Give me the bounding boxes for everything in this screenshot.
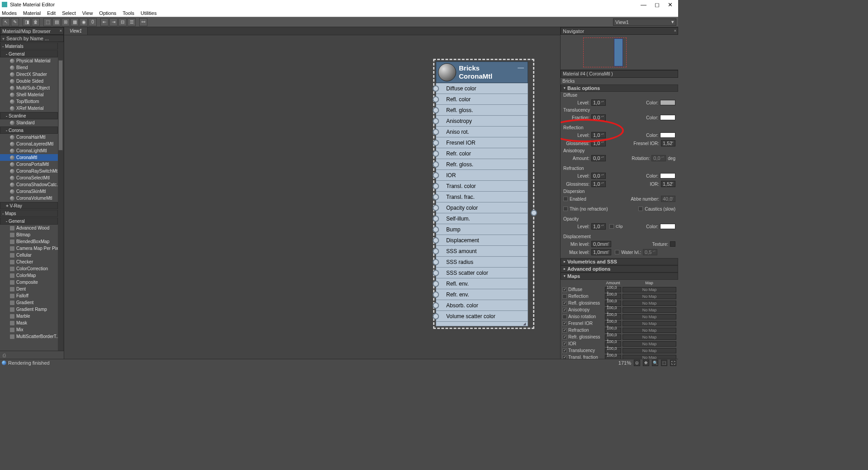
- opacity-level-spinner[interactable]: 1,0▴▾: [591, 223, 606, 230]
- input-port-icon[interactable]: [433, 129, 439, 135]
- input-port-icon[interactable]: [433, 161, 439, 168]
- transl-color-swatch[interactable]: [660, 115, 675, 120]
- browser-item[interactable]: Physical Material: [0, 57, 58, 64]
- abbe-spinner[interactable]: 40,0▴▾: [661, 196, 675, 202]
- map-checkbox[interactable]: ✓: [562, 342, 567, 346]
- volumetrics-rollout[interactable]: ▸Volumetrics and SSS: [561, 258, 678, 265]
- map-button[interactable]: No Map: [623, 328, 676, 333]
- menu-edit[interactable]: Edit: [47, 10, 56, 16]
- maxlevel-spinner[interactable]: 1,0mm▴▾: [591, 249, 611, 255]
- bg-icon[interactable]: ◉: [80, 18, 88, 26]
- material-node[interactable]: Bricks CoronaMtl — Diffuse colorRefl. co…: [436, 61, 528, 326]
- waterlvl-checkbox[interactable]: [615, 250, 619, 254]
- cursor-icon[interactable]: ↖: [2, 18, 10, 26]
- input-port-icon[interactable]: [433, 140, 439, 146]
- browser-item[interactable]: Advanced Wood: [0, 225, 58, 231]
- map-button[interactable]: No Map: [623, 294, 676, 299]
- browser-item[interactable]: Standard: [0, 119, 58, 126]
- node-input-slot[interactable]: Refl. color: [436, 94, 528, 105]
- refr-color-swatch[interactable]: [660, 173, 675, 179]
- map-button[interactable]: No Map: [623, 341, 676, 347]
- dispersion-enabled-checkbox[interactable]: [563, 197, 568, 201]
- maps-rollout[interactable]: ▾Maps: [561, 273, 678, 280]
- menu-view[interactable]: View: [82, 10, 93, 16]
- menu-select[interactable]: Select: [62, 10, 76, 16]
- browser-item[interactable]: Dent: [0, 286, 58, 292]
- node-input-slot[interactable]: Self-illum.: [436, 213, 528, 224]
- browser-item[interactable]: CoronaSkinMtl: [0, 188, 58, 195]
- browser-item[interactable]: Shell Material: [0, 91, 58, 98]
- menu-utilities[interactable]: Utilities: [141, 10, 156, 16]
- view-tab[interactable]: View1: [64, 27, 88, 35]
- node-input-slot[interactable]: Refl. env.: [436, 278, 528, 289]
- node-output-port[interactable]: [531, 210, 537, 216]
- general-category[interactable]: - General: [0, 50, 58, 57]
- right-icon[interactable]: ⇥: [109, 18, 118, 26]
- browser-item[interactable]: CoronaShadowCatc..: [0, 181, 58, 188]
- grid-icon[interactable]: ⊟: [118, 18, 127, 26]
- input-port-icon[interactable]: [433, 291, 439, 298]
- browser-item[interactable]: CoronaLightMtl: [0, 147, 58, 154]
- menu-modes[interactable]: Modes: [2, 10, 17, 16]
- node-input-slot[interactable]: Refr. env.: [436, 289, 528, 300]
- diffuse-level-spinner[interactable]: 1,0▴▾: [591, 99, 606, 106]
- browser-item[interactable]: Marble: [0, 313, 58, 320]
- search-input[interactable]: ▾ Search by Name ...: [0, 35, 64, 42]
- input-port-icon[interactable]: [433, 237, 439, 244]
- navigator-view[interactable]: [561, 35, 678, 70]
- map-checkbox[interactable]: ✓: [562, 321, 567, 326]
- corona-category[interactable]: - Corona: [0, 127, 58, 134]
- pan-icon[interactable]: ✥: [643, 360, 649, 366]
- map-checkbox[interactable]: ✓: [562, 287, 567, 292]
- advanced-rollout[interactable]: ▸Advanced options: [561, 265, 678, 273]
- browser-item[interactable]: Multi/Sub-Object: [0, 85, 58, 91]
- material-name-field[interactable]: Bricks: [561, 78, 678, 85]
- waterlvl-spinner[interactable]: 0,5▴▾: [643, 249, 657, 255]
- show-map-icon[interactable]: ⊞: [61, 18, 70, 26]
- zoom-region-icon[interactable]: ⬚: [661, 360, 667, 366]
- clip-checkbox[interactable]: [609, 224, 614, 229]
- zoom-icon[interactable]: 🔍: [652, 360, 658, 366]
- minlevel-spinner[interactable]: 0,0mm▴▾: [591, 241, 611, 247]
- layout-icon[interactable]: ▤: [52, 18, 61, 26]
- list-icon[interactable]: ☰: [127, 18, 136, 26]
- zoom-extents-icon[interactable]: ⛶: [670, 360, 676, 366]
- node-resize-handle[interactable]: ◢: [436, 322, 528, 326]
- caustics-checkbox[interactable]: [638, 207, 643, 211]
- node-input-slot[interactable]: Aniso rot.: [436, 127, 528, 137]
- input-port-icon[interactable]: [433, 150, 439, 157]
- node-input-slot[interactable]: Opacity color: [436, 202, 528, 213]
- refl-gloss-spinner[interactable]: 1,0▴▾: [591, 140, 606, 146]
- browser-item[interactable]: Bitmap: [0, 231, 58, 238]
- map-checkbox[interactable]: ✓: [562, 308, 567, 312]
- vray-category[interactable]: + V-Ray: [0, 202, 58, 209]
- texture-swatch[interactable]: [670, 241, 675, 247]
- input-port-icon[interactable]: [433, 183, 439, 189]
- refr-gloss-spinner[interactable]: 1,0▴▾: [591, 181, 606, 187]
- refl-color-swatch[interactable]: [660, 132, 675, 138]
- browser-item[interactable]: Top/Bottom: [0, 98, 58, 105]
- browser-item[interactable]: CoronaSelectMtl: [0, 174, 58, 181]
- input-port-icon[interactable]: [433, 226, 439, 233]
- view-dropdown[interactable]: View1▾: [613, 19, 676, 26]
- input-port-icon[interactable]: [433, 216, 439, 222]
- browser-item[interactable]: BlendedBoxMap: [0, 238, 58, 245]
- input-port-icon[interactable]: [433, 205, 439, 211]
- map-checkbox[interactable]: ✓: [562, 355, 567, 359]
- input-port-icon[interactable]: [433, 107, 439, 113]
- browser-item[interactable]: Gradient Ramp: [0, 306, 58, 313]
- opacity-color-swatch[interactable]: [660, 224, 675, 229]
- aniso-amount-spinner[interactable]: 0,0▴▾: [591, 155, 606, 161]
- browser-item[interactable]: Composite: [0, 279, 58, 286]
- map-button[interactable]: No Map: [623, 348, 676, 353]
- assign-icon[interactable]: ◨: [23, 18, 31, 26]
- navigator-close-icon[interactable]: ×: [674, 28, 676, 33]
- browser-item[interactable]: CoronaLayeredMtl: [0, 141, 58, 147]
- browser-item[interactable]: Mix: [0, 326, 58, 333]
- node-input-slot[interactable]: Transl. color: [436, 181, 528, 192]
- refl-level-spinner[interactable]: 1,0▴▾: [591, 132, 606, 138]
- input-port-icon[interactable]: [433, 85, 439, 92]
- fresnel-spinner[interactable]: 1,52▴▾: [661, 140, 675, 146]
- node-input-slot[interactable]: Refl. gloss.: [436, 105, 528, 116]
- materials-category[interactable]: - Materials: [0, 42, 58, 50]
